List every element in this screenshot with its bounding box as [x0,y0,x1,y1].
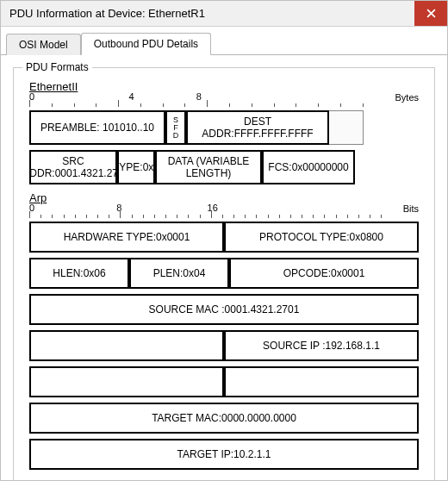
tab-body: PDU Formats EthernetII 0 4 8 Bytes [1,55,447,481]
pdu-window: PDU Information at Device: EthernetR1 OS… [0,0,448,481]
arp-row-5 [29,366,419,397]
titlebar: PDU Information at Device: EthernetR1 [1,1,447,27]
arp-src-mac: SOURCE MAC :0001.4321.2701 [29,294,419,325]
ethernet-title: EthernetII [29,80,422,93]
eth-pad [329,110,364,145]
eth-fcs: FCS:0x00000000 [262,150,355,184]
eth-dest-addr: DEST ADDR:FFFF.FFFF.FFFF [186,110,329,145]
arp-title: Arp [29,191,422,204]
arp-plen: PLEN:0x04 [129,258,229,289]
close-button[interactable] [414,1,447,26]
eth-preamble: PREAMBLE: 101010..10 [29,110,165,145]
arp-proto-type: PROTOCOL TYPE:0x0800 [224,222,419,253]
arp-blank-1 [29,330,224,361]
window-title: PDU Information at Device: EthernetR1 [9,7,414,20]
eth-src-addr: SRC ADDR:0001.4321.270 [29,150,117,184]
arp-blank-2 [29,366,224,397]
arp-row-7: TARGET IP:10.2.1.1 [29,439,419,470]
arp-blank-3 [224,366,419,397]
arp-row-1: HARDWARE TYPE:0x0001 PROTOCOL TYPE:0x080… [29,222,419,253]
eth-type: TYPE:0x0 [117,150,155,184]
arp-row-4: SOURCE IP :192.168.1.1 [29,330,419,361]
arp-tgt-ip: TARGET IP:10.2.1.1 [29,439,419,470]
close-icon [426,9,436,18]
arp-row-3: SOURCE MAC :0001.4321.2701 [29,294,419,325]
arp-ruler: 0 8 16 Bits [29,206,419,218]
arp-row-2: HLEN:0x06 PLEN:0x04 OPCODE:0x0001 [29,258,419,289]
arp-tgt-mac: TARGET MAC:0000.0000.0000 [29,403,419,434]
ethernet-ruler: 0 4 8 Bytes [29,95,419,107]
tab-outbound-pdu[interactable]: Outbound PDU Details [81,33,211,55]
arp-row-6: TARGET MAC:0000.0000.0000 [29,403,419,434]
eth-sfd: SFD [165,110,186,145]
ethernet-row-2: SRC ADDR:0001.4321.270 TYPE:0x0 DATA (VA… [29,150,419,184]
ethernet-row-1: PREAMBLE: 101010..10 SFD DEST ADDR:FFFF.… [29,110,419,145]
arp-hlen: HLEN:0x06 [29,258,129,289]
arp-src-ip: SOURCE IP :192.168.1.1 [224,330,419,361]
arp-opcode: OPCODE:0x0001 [229,258,419,289]
eth-data: DATA (VARIABLE LENGTH) [155,150,262,184]
tab-osi-model[interactable]: OSI Model [6,34,81,55]
ruler-unit: Bytes [395,92,419,103]
arp-hw-type: HARDWARE TYPE:0x0001 [29,222,224,253]
pdu-formats-panel: PDU Formats EthernetII 0 4 8 Bytes [13,67,435,481]
tab-bar: OSI Model Outbound PDU Details [1,30,447,54]
ruler-unit: Bits [403,203,419,214]
pdu-formats-legend: PDU Formats [22,61,92,73]
